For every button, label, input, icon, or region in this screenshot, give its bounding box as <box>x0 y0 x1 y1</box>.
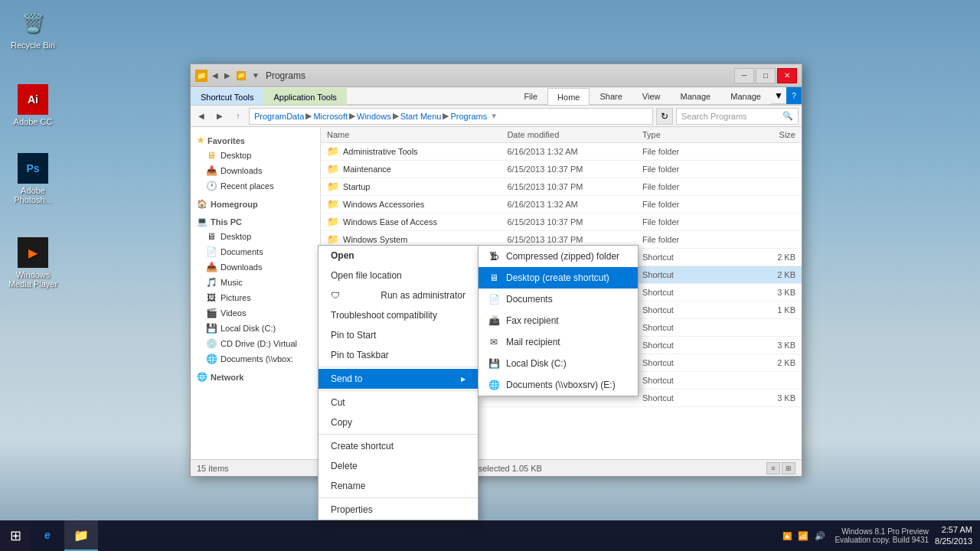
refresh-button[interactable]: ↻ <box>656 108 673 125</box>
address-bar: ◀ ▶ ↑ ProgramData ▶ Microsoft ▶ Windows … <box>191 106 802 127</box>
sidebar: ★ Favorites 🖥 Desktop 📥 Downloads 🕐 Rece… <box>191 127 321 459</box>
taskbar-clock[interactable]: 2:57 AM 8/25/2013 <box>935 524 972 548</box>
minimize-button[interactable]: ─ <box>734 68 754 83</box>
desktop-icon-media-player[interactable]: ▶ Windows Media Player <box>6 237 60 289</box>
ctx-pin-start[interactable]: Pin to Start <box>318 325 478 345</box>
photoshop-icon: Ps <box>18 153 48 184</box>
path-programs[interactable]: Programs <box>450 112 487 121</box>
title-bar: 📁 ◀ ▶ 📁 ▼ Programs ─ □ ✕ <box>191 64 802 87</box>
path-microsoft[interactable]: Microsoft <box>313 112 348 121</box>
downloads-icon-sidebar: 📥 <box>206 165 217 176</box>
path-start-menu[interactable]: Start Menu <box>400 112 442 121</box>
ctx-rename[interactable]: Rename <box>318 476 478 496</box>
taskbar: ⊞ e 📁 🔼 📶 🔊 Windows 8.1 Pro Preview Eval… <box>0 520 980 551</box>
taskbar-tray: 🔼 📶 🔊 Windows 8.1 Pro Preview Evaluation… <box>775 524 980 548</box>
sendto-documents[interactable]: 📄 Documents <box>479 289 638 310</box>
forward-button[interactable]: ▶ <box>212 109 227 124</box>
address-path[interactable]: ProgramData ▶ Microsoft ▶ Windows ▶ Star… <box>249 108 653 125</box>
ctx-cut[interactable]: Cut <box>318 393 478 412</box>
sidebar-item-documents[interactable]: 📄 Documents <box>191 244 320 259</box>
ctx-run-as-admin[interactable]: 🛡 Run as administrator <box>318 285 478 305</box>
table-row[interactable]: 📁Administrative Tools 6/16/2013 1:32 AM … <box>321 143 802 161</box>
search-box[interactable]: Search Programs 🔍 <box>676 108 799 125</box>
quick-access-btn[interactable]: ◀ <box>212 71 218 80</box>
sidebar-item-desktop[interactable]: 🖥 Desktop <box>191 148 320 163</box>
recent-icon-sidebar: 🕐 <box>206 181 217 191</box>
ctx-troubleshoot[interactable]: Troubleshoot compatibility <box>318 305 478 325</box>
homegroup-icon: 🏠 <box>197 199 207 209</box>
sidebar-item-music[interactable]: 🎵 Music <box>191 275 320 290</box>
tab-view[interactable]: View <box>632 87 671 104</box>
close-button[interactable]: ✕ <box>777 68 797 83</box>
sidebar-item-cd-drive[interactable]: 💿 CD Drive (D:) Virtual <box>191 336 320 351</box>
sidebar-item-docs-net[interactable]: 🌐 Documents (\\vbox: <box>191 351 320 367</box>
adobe-cc-icon: Ai <box>18 84 48 115</box>
path-windows[interactable]: Windows <box>357 112 391 121</box>
sidebar-item-downloads[interactable]: 📥 Downloads <box>191 163 320 178</box>
folder-icon-3: 📁 <box>327 198 339 210</box>
col-header-size[interactable]: Size <box>733 130 795 139</box>
ctx-create-shortcut[interactable]: Create shortcut <box>318 436 478 456</box>
ctx-copy[interactable]: Copy <box>318 412 478 432</box>
maximize-button[interactable]: □ <box>756 68 776 83</box>
tab-application-tools[interactable]: Application Tools <box>264 88 347 105</box>
help-button[interactable]: ? <box>786 87 802 104</box>
desktop-icon-recycle-bin[interactable]: 🗑️ Recycle Bin <box>6 8 60 50</box>
desktop-icon-adobe-cc[interactable]: Ai Adobe CC <box>6 84 60 126</box>
sidebar-item-pictures[interactable]: 🖼 Pictures <box>191 290 320 305</box>
ctx-open-file-location[interactable]: Open file location <box>318 266 478 285</box>
back-button[interactable]: ◀ <box>194 109 209 124</box>
sendto-desktop-shortcut[interactable]: 🖥 Desktop (create shortcut) <box>479 267 638 289</box>
favorites-header[interactable]: ★ Favorites <box>191 133 320 148</box>
quick-access-btn2[interactable]: ▶ <box>224 71 230 80</box>
up-button[interactable]: ↑ <box>230 109 246 124</box>
network-tray-icon: 📶 <box>798 531 808 541</box>
sendto-docs-net[interactable]: 🌐 Documents (\\vboxsrv) (E:) <box>479 374 638 396</box>
col-header-name[interactable]: Name <box>327 130 507 139</box>
tab-file[interactable]: File <box>514 87 547 104</box>
details-view-btn[interactable]: ≡ <box>766 462 780 474</box>
taskbar-ie[interactable]: e <box>31 520 64 551</box>
sendto-fax[interactable]: 📠 Fax recipient <box>479 310 638 331</box>
col-header-type[interactable]: Type <box>642 130 733 139</box>
sidebar-item-desktop2[interactable]: 🖥 Desktop <box>191 229 320 244</box>
table-row[interactable]: 📁Windows Ease of Access 6/15/2013 10:37 … <box>321 214 802 231</box>
ribbon-expand-btn[interactable]: ▼ <box>771 87 786 104</box>
sendto-compressed[interactable]: 🗜 Compressed (zipped) folder <box>479 246 638 267</box>
sidebar-item-downloads2[interactable]: 📥 Downloads <box>191 259 320 275</box>
homegroup-header[interactable]: 🏠 Homegroup <box>191 197 320 211</box>
ctx-delete[interactable]: Delete <box>318 456 478 476</box>
network-header[interactable]: 🌐 Network <box>191 370 320 384</box>
down-arrow-title[interactable]: ▼ <box>252 71 260 80</box>
taskbar-file-explorer[interactable]: 📁 <box>64 520 98 551</box>
recycle-bin-icon: 🗑️ <box>18 8 48 38</box>
ctx-open[interactable]: Open <box>318 246 478 266</box>
tab-manage-app[interactable]: Manage <box>720 87 771 104</box>
sendto-mail[interactable]: ✉ Mail recipient <box>479 331 638 353</box>
ctx-properties[interactable]: Properties <box>318 500 478 520</box>
sendto-local-disk[interactable]: 💾 Local Disk (C:) <box>479 353 638 374</box>
folder-icon-title: 📁 <box>237 71 246 80</box>
sidebar-item-local-disk[interactable]: 💾 Local Disk (C:) <box>191 321 320 336</box>
tab-shortcut-tools[interactable]: Shortcut Tools <box>191 88 264 105</box>
tiles-view-btn[interactable]: ⊞ <box>782 462 795 474</box>
refresh-icon[interactable]: ▼ <box>490 112 498 120</box>
ctx-send-to[interactable]: Send to ▶ <box>318 369 478 389</box>
sidebar-item-videos[interactable]: 🎬 Videos <box>191 305 320 321</box>
table-row[interactable]: 📁Windows Accessories 6/16/2013 1:32 AM F… <box>321 196 802 214</box>
table-row[interactable]: 📁Maintenance 6/15/2013 10:37 PM File fol… <box>321 161 802 178</box>
documents-icon: 📄 <box>206 246 217 257</box>
thispc-header[interactable]: 💻 This PC <box>191 214 320 229</box>
sidebar-item-recent[interactable]: 🕐 Recent places <box>191 178 320 194</box>
view-toggle: ≡ ⊞ <box>766 462 795 474</box>
desktop-icon-photoshop[interactable]: Ps Adobe Photosh... <box>6 153 60 204</box>
start-button[interactable]: ⊞ <box>0 520 31 551</box>
items-count: 15 items <box>197 464 229 473</box>
table-row[interactable]: 📁Startup 6/15/2013 10:37 PM File folder <box>321 178 802 196</box>
ctx-pin-taskbar[interactable]: Pin to Taskbar <box>318 345 478 365</box>
tab-manage-shortcut[interactable]: Manage <box>670 87 720 104</box>
path-programdata[interactable]: ProgramData <box>254 112 304 121</box>
tab-share[interactable]: Share <box>590 87 632 104</box>
tab-home[interactable]: Home <box>547 88 590 105</box>
col-header-date[interactable]: Date modified <box>507 130 642 139</box>
